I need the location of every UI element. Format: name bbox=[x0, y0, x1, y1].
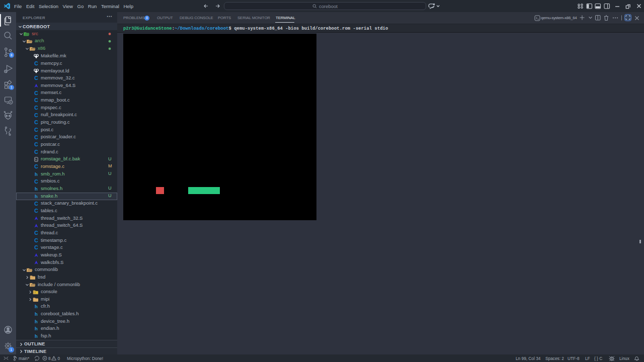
svg-text:h: h bbox=[35, 311, 38, 317]
svg-text:h: h bbox=[35, 194, 38, 199]
svg-text:C: C bbox=[34, 237, 38, 243]
svg-text:C: C bbox=[34, 75, 38, 81]
svg-text:C: C bbox=[34, 97, 38, 103]
svg-text:h: h bbox=[35, 333, 38, 339]
svg-text:C: C bbox=[34, 149, 38, 155]
svg-text:h: h bbox=[35, 326, 38, 331]
svg-text:h: h bbox=[35, 186, 38, 192]
svg-text:C: C bbox=[34, 127, 38, 133]
svg-text:C: C bbox=[34, 134, 38, 140]
svg-text:C: C bbox=[34, 244, 38, 250]
svg-text:C: C bbox=[34, 90, 38, 96]
svg-text:C: C bbox=[34, 208, 38, 214]
svg-text:C: C bbox=[34, 178, 38, 185]
svg-text:C: C bbox=[34, 201, 38, 207]
svg-text:C: C bbox=[34, 105, 38, 111]
svg-text:C: C bbox=[34, 141, 38, 147]
svg-text:C: C bbox=[34, 230, 38, 236]
svg-text:h: h bbox=[35, 171, 38, 177]
svg-text:C: C bbox=[34, 112, 38, 118]
svg-text:C: C bbox=[34, 119, 38, 125]
svg-text:h: h bbox=[35, 304, 38, 309]
svg-text:h: h bbox=[35, 319, 38, 324]
svg-text:C: C bbox=[34, 60, 38, 66]
svg-text:C: C bbox=[34, 163, 38, 169]
